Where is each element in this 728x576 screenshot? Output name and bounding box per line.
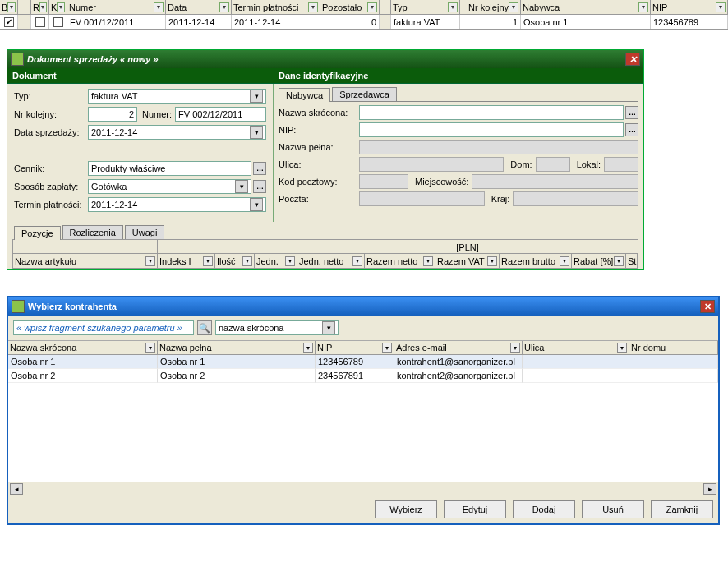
col-numer[interactable]: Numer▾	[67, 0, 166, 14]
chevron-down-icon[interactable]: ▾	[57, 2, 65, 12]
col-b[interactable]: B▾	[0, 0, 18, 14]
chevron-down-icon[interactable]: ▾	[154, 2, 164, 12]
chevron-down-icon[interactable]: ▾	[7, 2, 16, 12]
cell-nabywca: Osoba nr 1	[521, 15, 651, 29]
col-nip[interactable]: NIP▾	[651, 0, 728, 14]
background-grid: B▾ R▾ K▾ Numer▾ Data▾ Termin płatności▾ …	[0, 0, 728, 30]
chevron-down-icon[interactable]: ▾	[308, 2, 318, 12]
col-nabywca[interactable]: Nabywca▾	[521, 0, 651, 14]
checkbox-k[interactable]	[53, 17, 63, 27]
chevron-down-icon[interactable]: ▾	[39, 2, 47, 12]
chevron-down-icon[interactable]: ▾	[716, 2, 726, 12]
col-nrkolejny[interactable]: Nr kolejny▾	[460, 0, 521, 14]
cell-numer: FV 001/12/2011	[67, 15, 166, 29]
checkbox-b[interactable]: ✔	[4, 17, 14, 27]
chevron-down-icon[interactable]: ▾	[509, 2, 518, 12]
col-r[interactable]: R▾	[31, 0, 49, 14]
cell-nrkolejny: 1	[460, 15, 521, 29]
col-k[interactable]: K▾	[49, 0, 67, 14]
cell-nip: 123456789	[651, 15, 728, 29]
chevron-down-icon[interactable]: ▾	[219, 2, 229, 12]
col-data[interactable]: Data▾	[166, 0, 232, 14]
bg-grid-header-row: B▾ R▾ K▾ Numer▾ Data▾ Termin płatności▾ …	[0, 0, 728, 15]
bg-grid-row[interactable]: ✔ FV 001/12/2011 2011-12-14 2011-12-14 0…	[0, 15, 728, 30]
col-spacer2	[380, 0, 391, 14]
checkbox-r[interactable]	[35, 17, 45, 27]
chevron-down-icon[interactable]: ▾	[638, 2, 648, 12]
col-pozostalo[interactable]: Pozostało▾	[320, 0, 380, 14]
col-typ[interactable]: Typ▾	[391, 0, 460, 14]
col-termin[interactable]: Termin płatności▾	[232, 0, 320, 14]
col-spacer1	[18, 0, 31, 14]
chevron-down-icon[interactable]: ▾	[448, 2, 458, 12]
cell-termin: 2011-12-14	[232, 15, 320, 29]
cell-pozostalo: 0	[320, 15, 380, 29]
cell-data: 2011-12-14	[166, 15, 232, 29]
cell-typ: faktura VAT	[391, 15, 460, 29]
chevron-down-icon[interactable]: ▾	[367, 2, 377, 12]
